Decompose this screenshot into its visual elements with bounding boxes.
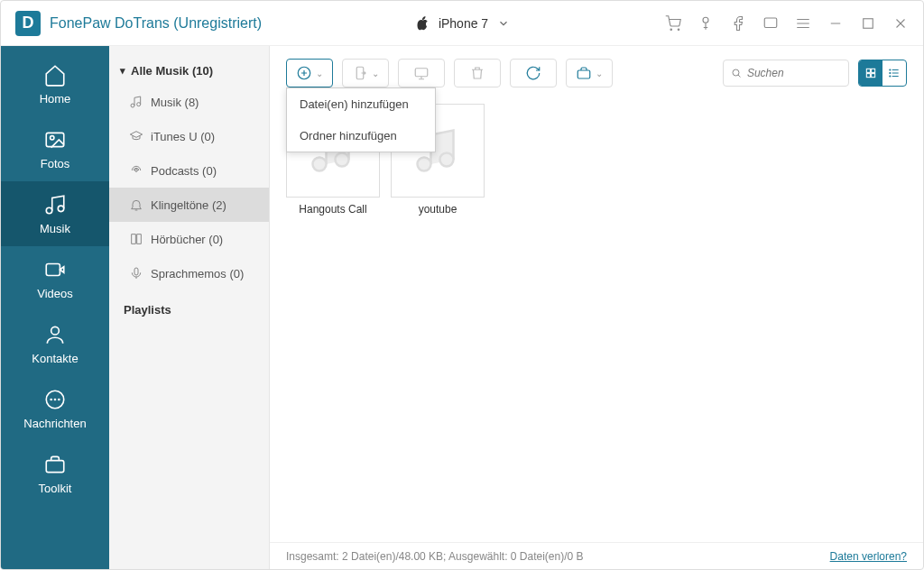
sidebar-item-videos[interactable]: Videos	[1, 246, 109, 311]
grid-view-button[interactable]	[859, 60, 882, 86]
toolbar: ⌄ ⌄ ⌄ Datei(en) hinzufügen Ordner hinz	[270, 46, 923, 100]
list-view-button[interactable]	[882, 60, 906, 86]
close-icon[interactable]	[892, 15, 909, 32]
mic-icon	[129, 266, 143, 280]
svg-point-48	[890, 76, 891, 77]
svg-point-15	[51, 135, 54, 139]
data-lost-link[interactable]: Daten verloren?	[830, 550, 907, 563]
svg-point-17	[58, 206, 64, 212]
export-device-button[interactable]: ⌄	[342, 59, 389, 87]
svg-rect-18	[46, 263, 60, 275]
svg-point-19	[51, 326, 60, 335]
bell-icon	[129, 198, 143, 212]
category-podcasts[interactable]: Podcasts (0)	[109, 153, 269, 188]
grid-icon	[864, 67, 877, 79]
category-header[interactable]: Alle Musik (10)	[109, 57, 269, 85]
status-text: Insgesamt: 2 Datei(en)/48.00 KB; Ausgewä…	[286, 550, 584, 563]
export-pc-button[interactable]	[398, 59, 445, 87]
video-icon	[43, 258, 67, 281]
podcast-icon	[129, 163, 143, 178]
home-icon	[43, 63, 67, 87]
svg-rect-28	[134, 268, 138, 275]
add-button[interactable]: ⌄	[286, 59, 333, 87]
svg-rect-33	[415, 69, 428, 77]
sidebar-item-label: Toolkit	[39, 482, 72, 495]
plus-icon	[296, 65, 312, 81]
svg-point-50	[336, 153, 349, 167]
svg-rect-41	[866, 74, 870, 78]
category-voicememos[interactable]: Sprachmemos (0)	[109, 256, 269, 290]
cart-icon[interactable]	[665, 15, 681, 32]
svg-line-38	[738, 75, 740, 77]
svg-point-26	[137, 103, 141, 106]
playlists-header[interactable]: Playlists	[109, 290, 269, 324]
svg-point-16	[46, 207, 52, 214]
ringtone-label: Hangouts Call	[299, 203, 366, 216]
menu-icon[interactable]	[795, 15, 811, 32]
sidebar-item-label: Nachrichten	[23, 417, 86, 430]
sidebar-item-music[interactable]: Musik	[1, 181, 109, 246]
sidebar-item-toolkit[interactable]: Toolkit	[1, 441, 109, 506]
sidebar-item-label: Musik	[40, 222, 70, 235]
search-input[interactable]	[747, 67, 841, 79]
svg-point-49	[313, 158, 327, 171]
search-icon	[731, 67, 742, 79]
sidebar-item-photos[interactable]: Fotos	[1, 116, 109, 181]
delete-button[interactable]	[454, 59, 501, 87]
refresh-button[interactable]	[510, 59, 557, 87]
sidebar-item-messages[interactable]: Nachrichten	[1, 376, 109, 441]
toolkit-icon	[43, 453, 67, 476]
view-toggle	[858, 60, 907, 87]
search-box[interactable]	[723, 60, 849, 87]
app-logo: D	[15, 11, 41, 36]
device-selector[interactable]: iPhone 7	[374, 16, 554, 31]
sidebar-item-home[interactable]: Home	[1, 51, 109, 116]
list-icon	[888, 67, 901, 79]
chevron-down-icon: ⌄	[596, 69, 603, 78]
ringtone-label: youtube	[419, 203, 457, 216]
category-itunesu[interactable]: iTunes U (0)	[109, 119, 269, 153]
svg-point-46	[890, 69, 891, 70]
svg-point-22	[54, 399, 55, 400]
dropdown-add-folder[interactable]: Ordner hinzufügen	[287, 120, 435, 152]
svg-point-21	[51, 399, 51, 400]
status-bar: Insgesamt: 2 Datei(en)/48.00 KB; Ausgewä…	[270, 542, 923, 569]
music-icon	[43, 193, 67, 216]
category-label: Sprachmemos (0)	[151, 267, 244, 280]
feedback-icon[interactable]	[762, 15, 779, 32]
toolbox-button[interactable]: ⌄	[566, 59, 613, 87]
phone-export-icon	[352, 65, 368, 81]
category-ringtones[interactable]: Klingeltöne (2)	[109, 188, 269, 222]
refresh-icon	[525, 65, 541, 81]
category-label: iTunes U (0)	[151, 130, 215, 143]
maximize-icon[interactable]	[860, 15, 876, 32]
category-label: Musik (8)	[151, 96, 199, 109]
svg-point-47	[890, 72, 891, 73]
svg-point-2	[703, 17, 708, 23]
svg-rect-42	[872, 74, 875, 78]
messages-icon	[43, 388, 67, 411]
key-icon[interactable]	[698, 15, 714, 32]
svg-point-52	[440, 153, 454, 167]
category-panel: Alle Musik (10) Musik (8) iTunes U (0) P…	[109, 46, 270, 569]
minimize-icon[interactable]	[827, 15, 844, 32]
category-label: Klingeltöne (2)	[151, 198, 226, 212]
briefcase-icon	[576, 65, 592, 81]
svg-point-51	[418, 158, 431, 171]
category-music[interactable]: Musik (8)	[109, 85, 269, 119]
svg-point-23	[59, 399, 60, 400]
sidebar-item-label: Kontakte	[32, 352, 78, 365]
sidebar-item-contacts[interactable]: Kontakte	[1, 311, 109, 376]
dropdown-add-files[interactable]: Datei(en) hinzufügen	[287, 88, 435, 120]
chevron-down-icon: ⌄	[372, 69, 379, 78]
category-label: Podcasts (0)	[151, 164, 217, 178]
category-audiobooks[interactable]: Hörbücher (0)	[109, 222, 269, 256]
trash-icon	[469, 65, 485, 81]
svg-point-27	[135, 170, 138, 172]
facebook-icon[interactable]	[730, 15, 746, 32]
sidebar-item-label: Home	[40, 92, 71, 106]
book-icon	[129, 232, 143, 246]
svg-rect-24	[46, 460, 64, 472]
svg-point-1	[678, 29, 679, 31]
pc-export-icon	[413, 65, 430, 81]
